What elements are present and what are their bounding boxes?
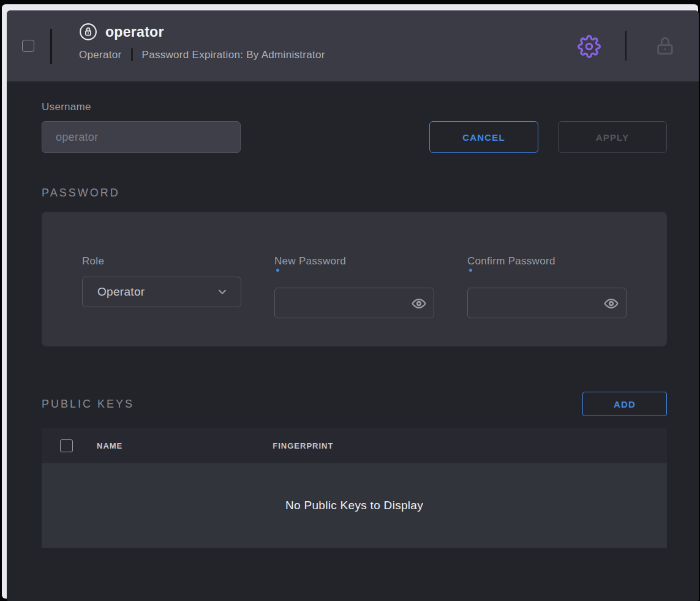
apply-button[interactable]: APPLY <box>558 121 667 153</box>
user-detail-content: Username CANCEL APPLY PASSWORD Role Oper… <box>7 101 699 548</box>
confirm-password-field: Confirm Password <box>467 255 627 318</box>
confirm-password-label: Confirm Password <box>467 255 627 267</box>
chevron-down-icon <box>216 286 228 298</box>
cancel-button[interactable]: CANCEL <box>429 121 538 153</box>
role-label: Role <box>82 255 241 267</box>
confirm-password-input[interactable] <box>468 288 626 318</box>
password-card: Role Operator New Password <box>42 212 667 346</box>
required-dot <box>276 269 279 272</box>
settings-gear-button[interactable] <box>578 35 601 58</box>
page-title: operator <box>105 24 164 40</box>
new-password-label: New Password <box>274 255 434 267</box>
password-section-heading: PASSWORD <box>42 187 667 200</box>
public-keys-empty-row: No Public Keys to Display <box>42 463 667 548</box>
user-header: operator Operator Password Expiration: B… <box>7 10 699 81</box>
column-header-name: NAME <box>97 441 122 450</box>
required-dot <box>469 269 472 272</box>
user-title-block: operator Operator Password Expiration: B… <box>79 23 325 61</box>
user-lock-icon <box>79 23 97 41</box>
subtitle-divider <box>131 48 133 61</box>
add-public-key-button[interactable]: ADD <box>582 392 667 416</box>
username-input[interactable] <box>42 121 241 153</box>
username-label: Username <box>42 101 667 113</box>
page-backdrop: operator Operator Password Expiration: B… <box>2 4 698 599</box>
show-new-password-eye-icon[interactable] <box>412 296 426 311</box>
public-keys-section-heading: PUBLIC KEYS <box>42 398 134 411</box>
show-confirm-password-eye-icon[interactable] <box>604 296 619 311</box>
new-password-field: New Password <box>274 255 434 318</box>
role-selected-value: Operator <box>97 285 145 299</box>
lock-user-button[interactable] <box>655 35 676 56</box>
user-role-text: Operator <box>79 49 122 61</box>
empty-state-message: No Public Keys to Display <box>285 499 423 512</box>
public-keys-table-header: NAME FINGERPRINT <box>42 428 667 463</box>
user-detail-panel: operator Operator Password Expiration: B… <box>7 10 699 601</box>
header-actions-divider <box>625 31 627 61</box>
new-password-input[interactable] <box>275 288 434 318</box>
header-divider <box>50 29 52 64</box>
user-select-checkbox[interactable] <box>22 40 34 52</box>
role-select[interactable]: Operator <box>82 277 241 307</box>
password-expiration-text: Password Expiration: By Administrator <box>142 49 325 61</box>
column-header-fingerprint: FINGERPRINT <box>273 441 333 450</box>
select-all-keys-checkbox[interactable] <box>60 439 73 452</box>
role-field: Role Operator <box>82 255 241 318</box>
public-keys-table: NAME FINGERPRINT No Public Keys to Displ… <box>42 428 667 548</box>
